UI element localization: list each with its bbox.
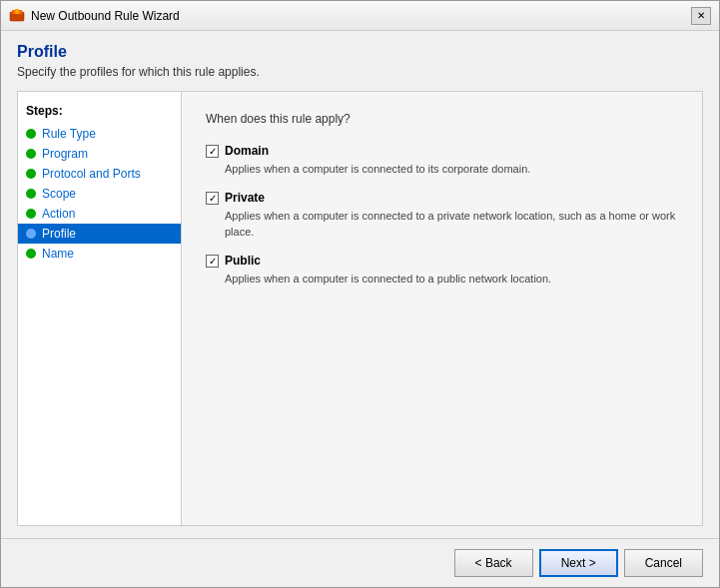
private-checkbox[interactable]: [206, 192, 219, 205]
step-dot: [26, 229, 36, 239]
sidebar-item-program[interactable]: Program: [18, 144, 181, 164]
public-description: Applies when a computer is connected to …: [206, 272, 678, 287]
step-label: Protocol and Ports: [42, 167, 141, 181]
sidebar-item-rule-type[interactable]: Rule Type: [18, 124, 181, 144]
page-subtitle: Specify the profiles for which this rule…: [17, 65, 703, 79]
step-label: Rule Type: [42, 127, 96, 141]
window-title: New Outbound Rule Wizard: [31, 9, 180, 23]
page-title: Profile: [17, 43, 703, 61]
sidebar-item-scope[interactable]: Scope: [18, 184, 181, 204]
sidebar-item-action[interactable]: Action: [18, 204, 181, 224]
step-label: Name: [42, 247, 74, 261]
steps-header: Steps:: [18, 100, 181, 124]
title-bar-left: New Outbound Rule Wizard: [9, 8, 180, 24]
private-label: Private: [225, 191, 265, 205]
step-dot: [26, 209, 36, 219]
sidebar-item-profile[interactable]: Profile: [18, 224, 181, 244]
public-option-header: Public: [206, 254, 678, 268]
step-dot: [26, 129, 36, 139]
step-dot: [26, 249, 36, 259]
private-description: Applies when a computer is connected to …: [206, 209, 678, 240]
title-controls: ✕: [691, 7, 711, 25]
right-panel: When does this rule apply? Domain Applie…: [182, 91, 703, 526]
cancel-button[interactable]: Cancel: [624, 549, 703, 577]
step-label: Action: [42, 207, 75, 221]
svg-rect-3: [15, 9, 19, 14]
content-area: Profile Specify the profiles for which t…: [1, 31, 719, 538]
step-dot: [26, 189, 36, 199]
steps-panel: Steps: Rule Type Program Protocol and Po…: [17, 91, 182, 526]
domain-option-header: Domain: [206, 144, 678, 158]
public-checkbox[interactable]: [206, 255, 219, 268]
step-dot: [26, 169, 36, 179]
back-button[interactable]: < Back: [454, 549, 533, 577]
sidebar-item-protocol-ports[interactable]: Protocol and Ports: [18, 164, 181, 184]
sidebar-item-name[interactable]: Name: [18, 244, 181, 264]
domain-label: Domain: [225, 144, 269, 158]
app-icon: [9, 8, 25, 24]
step-label: Scope: [42, 187, 76, 201]
wizard-window: New Outbound Rule Wizard ✕ Profile Speci…: [0, 0, 720, 588]
private-option-header: Private: [206, 191, 678, 205]
title-bar: New Outbound Rule Wizard ✕: [1, 1, 719, 31]
domain-description: Applies when a computer is connected to …: [206, 162, 678, 177]
step-dot: [26, 149, 36, 159]
close-button[interactable]: ✕: [691, 7, 711, 25]
private-option: Private Applies when a computer is conne…: [206, 191, 678, 240]
public-option: Public Applies when a computer is connec…: [206, 254, 678, 287]
main-body: Steps: Rule Type Program Protocol and Po…: [17, 91, 703, 526]
domain-checkbox[interactable]: [206, 145, 219, 158]
step-label: Profile: [42, 227, 76, 241]
domain-option: Domain Applies when a computer is connec…: [206, 144, 678, 177]
public-label: Public: [225, 254, 261, 268]
footer: < Back Next > Cancel: [1, 538, 719, 587]
question-text: When does this rule apply?: [206, 112, 678, 126]
step-label: Program: [42, 147, 88, 161]
next-button[interactable]: Next >: [539, 549, 618, 577]
